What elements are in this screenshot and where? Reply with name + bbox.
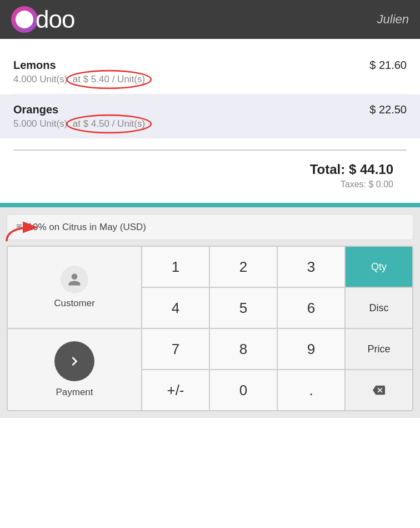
odoo-logo-text: doo — [36, 6, 74, 33]
key-9[interactable]: 9 — [278, 329, 344, 369]
grid-icon: ≡ — [16, 221, 22, 233]
line-name-lemons: Lemons — [13, 59, 145, 72]
app-header: doo Julien — [0, 0, 420, 39]
key-plusminus[interactable]: +/- — [142, 370, 209, 410]
taxes-amount: Taxes: $ 0.00 — [341, 180, 393, 190]
person-icon — [67, 272, 82, 287]
payment-label: Payment — [56, 387, 93, 398]
receipt-area: Lemons 4.000 Unit(s) at $ 5.40 / Unit(s)… — [0, 39, 420, 150]
payment-circle[interactable] — [54, 341, 94, 381]
odoo-logo-ring — [11, 6, 38, 33]
key-4[interactable]: 4 — [142, 288, 209, 328]
pricelist-bar[interactable]: ≡ 10% on Citrus in May (USD) — [7, 214, 413, 240]
key-3[interactable]: 3 — [278, 247, 344, 287]
user-name: Julien — [377, 12, 409, 27]
total-amount: Total: $ 44.10 — [310, 162, 393, 177]
oranges-price-circle: at $ 4.50 / Unit(s) — [73, 118, 145, 129]
line-price-lemons: $ 21.60 — [369, 59, 407, 72]
key-6[interactable]: 6 — [278, 288, 344, 328]
line-info-oranges: Oranges 5.000 Unit(s) at $ 4.50 / Unit(s… — [13, 103, 145, 129]
line-name-oranges: Oranges — [13, 103, 145, 116]
key-2[interactable]: 2 — [210, 247, 277, 287]
order-line-lemons: Lemons 4.000 Unit(s) at $ 5.40 / Unit(s)… — [13, 50, 407, 94]
key-1[interactable]: 1 — [142, 247, 209, 287]
backspace-icon — [371, 384, 387, 396]
key-5[interactable]: 5 — [210, 288, 277, 328]
pricelist-wrapper: ≡ 10% on Citrus in May (USD) — [7, 214, 413, 240]
customer-label: Customer — [54, 298, 95, 309]
line-info-lemons: Lemons 4.000 Unit(s) at $ 5.40 / Unit(s) — [13, 59, 145, 85]
disc-key[interactable]: Disc — [346, 288, 412, 328]
key-8[interactable]: 8 — [210, 329, 277, 369]
totals-section: Total: $ 44.10 Taxes: $ 0.00 — [13, 150, 407, 203]
lemons-price-circle: at $ 5.40 / Unit(s) — [73, 74, 145, 85]
numpad-grid: Customer 1 2 3 Qty 4 5 6 Disc Payment 7 … — [7, 246, 413, 411]
order-line-oranges: Oranges 5.000 Unit(s) at $ 4.50 / Unit(s… — [0, 94, 420, 138]
svg-point-1 — [67, 115, 151, 133]
key-0[interactable]: 0 — [210, 370, 277, 410]
pricelist-label: 10% on Citrus in May (USD) — [28, 222, 147, 233]
line-price-oranges: $ 22.50 — [369, 103, 407, 116]
qty-key[interactable]: Qty — [346, 247, 412, 287]
section-divider — [0, 203, 420, 207]
price-key[interactable]: Price — [346, 329, 412, 369]
key-7[interactable]: 7 — [142, 329, 209, 369]
key-dot[interactable]: . — [278, 370, 344, 410]
line-detail-lemons: 4.000 Unit(s) at $ 5.40 / Unit(s) — [13, 74, 145, 85]
customer-icon-wrap — [61, 266, 88, 293]
line-detail-oranges: 5.000 Unit(s) at $ 4.50 / Unit(s) — [13, 118, 145, 129]
backspace-key[interactable] — [346, 370, 412, 410]
customer-button[interactable]: Customer — [8, 247, 141, 328]
numpad-section: ≡ 10% on Citrus in May (USD) Customer 1 … — [0, 207, 420, 418]
chevron-right-icon — [66, 352, 83, 370]
svg-point-0 — [67, 71, 151, 88]
odoo-logo: doo — [11, 6, 74, 33]
payment-button[interactable]: Payment — [8, 329, 141, 410]
